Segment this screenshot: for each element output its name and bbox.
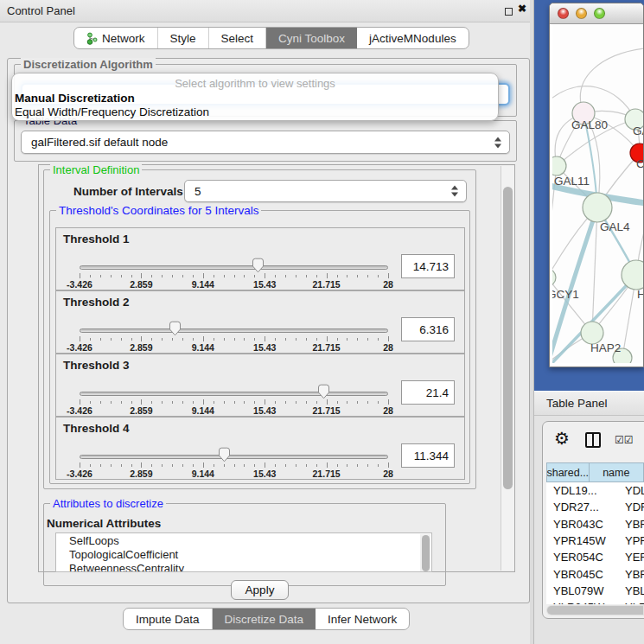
table-cell[interactable]: YDL19... [546,484,620,497]
slider-scale-label: 9.144 [192,342,214,353]
table-cell[interactable]: YDR27... [546,501,620,513]
table-cell[interactable]: YDL19 [620,484,644,497]
threshold-slider-track[interactable] [80,392,388,396]
slider-tick [234,275,235,277]
table-horizontal-scrollbar[interactable] [546,605,644,615]
slider-tick [316,464,317,467]
node-gal4[interactable] [583,193,612,222]
table-row[interactable]: YBL079WYBL07 [546,583,644,599]
threshold-slider-track[interactable] [80,328,388,333]
network-window-titlebar[interactable] [550,3,643,24]
slider-tick [244,275,245,277]
threshold-value-field[interactable]: 11.344 [401,443,455,468]
slider-tick [214,464,214,467]
slider-tick [100,401,101,404]
network-canvas[interactable]: GAL80GALCGAL11GAL4GCY1HAHAP2 [552,24,643,363]
table-row[interactable]: YDL19...YDL19 [546,482,644,499]
slider-tick [151,464,152,467]
table-data-select[interactable]: galFiltered.sif default node [21,131,510,154]
scrollbar-thumb[interactable] [547,606,643,615]
table-cell[interactable]: YBR04 [620,518,644,531]
table-row[interactable]: YER054CYER05 [546,549,644,565]
apply-button[interactable]: Apply [231,580,289,600]
tab-jactivemnodules[interactable]: jActiveMNodules [357,28,469,48]
node-label-gcy1: GCY1 [552,288,579,301]
node-gal11[interactable] [552,156,566,175]
slider-tick [285,275,286,277]
slider-tick [182,338,183,341]
number-of-intervals-select[interactable]: 5 [184,180,467,202]
threshold-slider-track[interactable] [80,265,388,270]
table-cell[interactable]: YER05 [620,551,644,564]
table-cell[interactable]: YBR043C [546,518,620,531]
table-cell[interactable]: YPR14 [620,534,644,547]
gear-icon[interactable]: ⚙ [554,430,570,447]
tab-impute-data[interactable]: Impute Data [124,609,213,629]
zoom-light[interactable] [594,8,605,19]
threshold-value-field[interactable]: 14.713 [401,254,455,278]
algorithm-option-equal-width[interactable]: Equal Width/Frequency Discretization [15,105,209,118]
float-window-icon[interactable] [505,8,513,16]
interval-definition-group-title: Interval Definition [50,163,142,176]
table-row[interactable]: YDR27...YDR27 [546,499,644,515]
tab-infer-network[interactable]: Infer Network [316,609,409,629]
node-gcy1[interactable] [552,269,556,286]
tab-cyni-toolbox[interactable]: Cyni Toolbox [266,28,357,48]
tab-network[interactable]: Network [74,28,158,48]
select-columns-checkbox-icon[interactable]: ☑☑ [615,434,634,446]
table-cell[interactable]: YDR27 [620,501,644,513]
threshold-slider-thumb[interactable] [218,447,231,465]
slider-tick [367,338,368,341]
slider-scale-label: -3.426 [67,279,92,290]
slider-tick [275,464,276,467]
threshold-value-field[interactable]: 21.4 [401,380,455,405]
table-cell[interactable]: YBR04 [620,568,644,581]
slider-tick [244,464,245,467]
table-cell[interactable]: YLR345W [546,601,620,604]
slider-tick [275,401,276,404]
table-cell[interactable]: YER054C [546,551,620,564]
slider-tick [337,464,338,467]
slider-tick [244,338,245,341]
slider-tick [162,338,163,341]
attribute-item-betweennesscentrality[interactable]: BetweennessCentrality [56,561,431,572]
slider-tick [182,464,183,467]
table-cell[interactable]: YBR045C [546,568,620,581]
threshold-slider-track[interactable] [80,455,388,459]
tab-select[interactable]: Select [209,28,267,48]
threshold-slider-thumb[interactable] [317,384,330,402]
column-header-name[interactable]: name [590,462,644,482]
table-row[interactable]: YLR345WYLR34 [546,599,644,604]
close-icon[interactable]: ✖ [518,3,526,15]
slider-tick [151,275,152,277]
table-cell[interactable]: YLR34 [620,601,644,604]
attribute-item-topologicalcoefficient[interactable]: TopologicalCoefficient [56,547,431,561]
discretization-algorithm-group-title: Discretization Algorithm [21,58,156,71]
threshold-slider-thumb[interactable] [252,258,265,276]
scrollbar-thumb[interactable] [422,535,430,571]
threshold-slider-thumb[interactable] [169,321,182,339]
column-header-shared[interactable]: shared... [546,462,590,482]
close-light[interactable] [558,8,569,19]
table-cell[interactable]: YBL07 [620,584,644,597]
table-cell[interactable]: YPR145W [546,534,620,547]
slider-tick [141,273,142,278]
slider-tick [275,275,276,277]
scrollbar-thumb[interactable] [503,187,513,489]
tab-style[interactable]: Style [158,28,209,48]
attributes-list-scrollbar[interactable] [420,534,430,572]
minimize-light[interactable] [576,8,587,19]
attribute-item-selfloops[interactable]: SelfLoops [56,533,431,547]
table-cell[interactable]: YBL079W [546,584,620,597]
threshold-value-field[interactable]: 6.316 [401,317,455,341]
numerical-attributes-list: SelfLoopsTopologicalCoefficientBetweenne… [55,532,432,572]
slider-scale-label: 21.715 [313,342,341,353]
settings-vertical-scrollbar[interactable] [501,166,514,571]
table-row[interactable]: YPR145WYPR14 [546,532,644,549]
table-row[interactable]: YBR043CYBR04 [546,516,644,532]
table-row[interactable]: YBR045CYBR04 [546,565,644,582]
tab-discretize-data[interactable]: Discretize Data [213,609,316,629]
slider-tick [265,336,265,341]
algorithm-option-manual[interactable]: Manual Discretization [15,92,135,105]
columns-icon[interactable] [585,432,601,448]
